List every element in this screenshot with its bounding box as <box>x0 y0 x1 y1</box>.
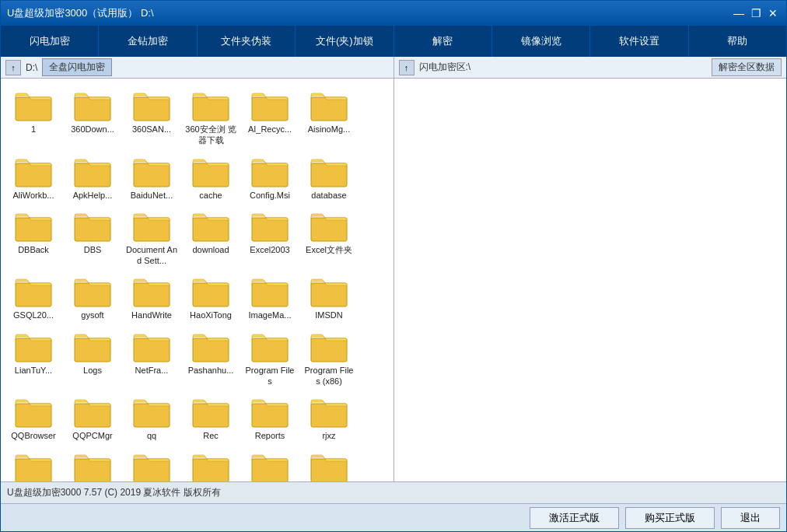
folder-item[interactable]: temp <box>240 446 299 481</box>
folder-label: GSQL20... <box>13 310 54 320</box>
folder-item[interactable]: Shared <box>63 446 122 481</box>
folder-item[interactable]: 360SAN... <box>122 85 181 151</box>
folder-item[interactable]: Excel文件夹 <box>299 205 359 271</box>
exit-button[interactable]: 退出 <box>721 507 780 529</box>
folder-icon <box>15 396 52 429</box>
svg-rect-36 <box>16 459 51 481</box>
folder-item[interactable]: NetFra... <box>122 326 181 392</box>
folder-icon <box>133 451 170 481</box>
left-path: D:\ <box>26 62 37 73</box>
folder-label: BaiduNet... <box>131 190 173 201</box>
window-title: U盘超级加密3000（试用版） D:\ <box>7 6 154 20</box>
folder-label: 360SAN... <box>132 124 171 135</box>
svg-rect-30 <box>16 404 51 427</box>
folder-item[interactable]: Excel2003 <box>240 205 299 271</box>
folder-item[interactable]: tybak <box>299 446 359 481</box>
folder-item[interactable]: rjxz <box>299 391 359 446</box>
svg-rect-12 <box>16 218 51 241</box>
folder-item[interactable]: IMSDN <box>299 271 359 325</box>
folder-item[interactable]: LianTuY... <box>4 326 63 392</box>
help-button[interactable]: 帮助 <box>689 26 786 57</box>
folder-item[interactable]: Rec <box>181 391 240 446</box>
folder-item[interactable]: 360安全浏 览器下载 <box>181 85 240 151</box>
status-text: U盘超级加密3000 7.57 (C) 2019 夏冰软件 版权所有 <box>7 486 221 499</box>
folder-label: DBBack <box>18 244 49 255</box>
minimize-button[interactable]: — <box>732 6 746 20</box>
folder-label: Logs <box>83 365 102 376</box>
folder-icon <box>192 210 229 243</box>
folder-item[interactable]: QQBrowser <box>4 391 63 446</box>
gold-encrypt-button[interactable]: 金钻加密 <box>99 26 197 57</box>
address-right: ↑ 闪电加密区:\ 解密全区数据 <box>394 57 787 78</box>
folder-item[interactable]: Logs <box>63 326 122 392</box>
folder-item[interactable]: SQLDATA <box>122 446 181 481</box>
restore-button[interactable]: ❐ <box>749 6 763 20</box>
svg-rect-17 <box>311 218 347 241</box>
folder-icon <box>251 331 289 363</box>
folder-item[interactable]: HandWrite <box>122 271 181 325</box>
folder-label: Config.Msi <box>250 190 290 201</box>
folder-item[interactable]: gysoft <box>63 271 122 325</box>
folder-label: database <box>311 190 346 201</box>
folder-item[interactable]: 360Down... <box>63 85 122 151</box>
svg-rect-4 <box>252 97 288 121</box>
decrypt-button[interactable]: 解密 <box>394 26 492 57</box>
buy-button[interactable]: 购买正式版 <box>625 507 715 529</box>
folder-item[interactable]: ScreenPh... <box>4 446 63 481</box>
folder-icon <box>310 89 348 122</box>
folder-item[interactable]: 1 <box>4 85 63 151</box>
flash-encrypt-button[interactable]: 闪电加密 <box>1 26 99 57</box>
folder-item[interactable]: Program Files <box>240 326 299 392</box>
folder-item[interactable]: QQPCMgr <box>63 391 122 446</box>
folder-item[interactable]: AI_Recyc... <box>240 85 299 151</box>
close-button[interactable]: ✕ <box>766 6 780 20</box>
folder-item[interactable]: qq <box>122 391 181 446</box>
folder-item[interactable]: BaiduNet... <box>122 151 181 205</box>
folder-label: IMSDN <box>315 310 342 320</box>
folder-item[interactable]: Config.Msi <box>240 151 299 205</box>
settings-button[interactable]: 软件设置 <box>590 26 688 57</box>
up-button-left[interactable]: ↑ <box>5 60 21 75</box>
folder-label: Pashanhu... <box>188 365 234 376</box>
folder-scroll-area[interactable]: 1 360Down... 360SAN... 360安全浏 览器下载 AI_Re… <box>1 79 394 481</box>
folder-item[interactable]: database <box>299 151 359 205</box>
folder-disguise-button[interactable]: 文件夹伪装 <box>198 26 296 57</box>
decrypt-all-button[interactable]: 解密全区数据 <box>712 58 782 76</box>
toolbar: 闪电加密 金钻加密 文件夹伪装 文件(夹)加锁 解密 镜像浏览 软件设置 帮助 <box>1 26 786 57</box>
folder-item[interactable]: Reports <box>240 391 299 446</box>
folder-icon <box>15 275 52 308</box>
folder-item[interactable]: Pashanhu... <box>181 326 240 392</box>
folder-item[interactable]: Program Files (x86) <box>299 326 359 392</box>
folder-icon <box>74 89 111 122</box>
flash-encrypt-label: 全盘闪电加密 <box>42 58 112 76</box>
right-path: 闪电加密区:\ <box>419 61 471 74</box>
folder-item[interactable]: Document And Sett... <box>122 205 181 271</box>
folder-item[interactable]: download <box>181 205 240 271</box>
svg-rect-8 <box>134 163 170 187</box>
file-lock-button[interactable]: 文件(夹)加锁 <box>296 26 394 57</box>
folder-item[interactable]: ImageMa... <box>240 271 299 325</box>
svg-rect-3 <box>193 97 229 121</box>
folder-item[interactable]: DBS <box>63 205 122 271</box>
folder-item[interactable]: talltree <box>181 446 240 481</box>
folder-item[interactable]: AisinoMg... <box>299 85 359 151</box>
folder-item[interactable]: AliWorkb... <box>4 151 63 205</box>
folder-item[interactable]: DBBack <box>4 205 63 271</box>
folder-label: Program Files <box>243 365 296 387</box>
up-button-right[interactable]: ↑ <box>399 60 414 75</box>
folder-icon <box>133 156 170 188</box>
svg-rect-18 <box>16 283 51 306</box>
svg-rect-5 <box>311 97 347 121</box>
folder-label: Excel文件夹 <box>306 244 352 255</box>
image-browse-button[interactable]: 镜像浏览 <box>492 26 590 57</box>
svg-rect-24 <box>16 338 51 362</box>
folder-item[interactable]: GSQL20... <box>4 271 63 325</box>
activate-button[interactable]: 激活正式版 <box>530 507 619 529</box>
folder-icon <box>74 275 111 308</box>
folder-item[interactable]: ApkHelp... <box>63 151 122 205</box>
folder-icon <box>15 89 52 122</box>
folder-item[interactable]: HaoXiTong <box>181 271 240 325</box>
folder-item[interactable]: cache <box>181 151 240 205</box>
status-bar: U盘超级加密3000 7.57 (C) 2019 夏冰软件 版权所有 <box>1 481 786 503</box>
svg-rect-13 <box>75 218 110 241</box>
